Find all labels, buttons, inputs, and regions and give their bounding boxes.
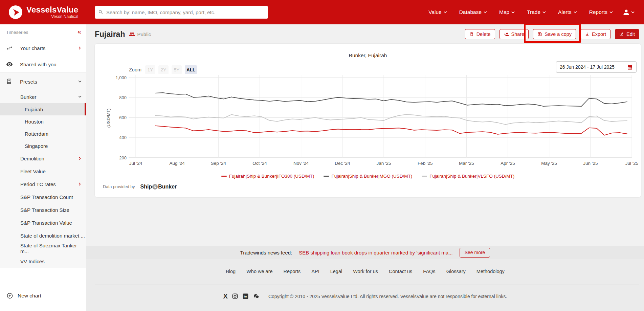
nav-menu: ValueDatabaseMapTradeAlertsReports xyxy=(428,9,623,15)
footer-link-reports[interactable]: Reports xyxy=(284,269,301,274)
footer-link-faqs[interactable]: FAQs xyxy=(423,269,435,274)
legend-item-fujairah-ship-bunker-vlsfo-usd-mt[interactable]: Fujairah|Ship & Bunker|VLSFO (USD/MT) xyxy=(422,174,514,179)
share-button[interactable]: Share xyxy=(499,29,529,39)
sidebar-item-period-tc-rates[interactable]: Period TC rates xyxy=(0,178,86,191)
sidebar-item-singapore[interactable]: Singapore xyxy=(0,140,86,152)
vesselsvalue-logo-icon xyxy=(9,5,22,19)
sidebar-item-label: VV Indices xyxy=(20,259,45,264)
sidebar-item-bunker[interactable]: Bunker xyxy=(0,90,86,103)
sidebar-item-state-of-suezmax-tanker-m[interactable]: State of Suezmax Tanker m... xyxy=(0,242,86,255)
trash-icon xyxy=(469,32,474,37)
provider-amp-icon: & xyxy=(152,184,158,190)
nav-item-database[interactable]: Database xyxy=(459,9,487,15)
svg-text:Apr '25: Apr '25 xyxy=(501,161,515,166)
page-header: Fujairah Public Delete Share xyxy=(86,24,644,44)
sidebar-collapse-button[interactable]: « xyxy=(77,28,81,36)
sidebar-section-label: Timeseries xyxy=(6,30,28,35)
nav-item-label: Reports xyxy=(589,9,607,15)
global-search[interactable] xyxy=(95,6,268,19)
legend-item-fujairah-ship-bunker-ifo380-usd-mt[interactable]: Fujairah|Ship & Bunker|IFO380 (USD/MT) xyxy=(221,174,314,179)
legend-item-fujairah-ship-bunker-mgo-usd-mt[interactable]: Fujairah|Ship & Bunker|MGO (USD/MT) xyxy=(324,174,412,179)
footer-link-api[interactable]: API xyxy=(311,269,319,274)
see-more-button[interactable]: See more xyxy=(460,248,490,258)
search-input[interactable] xyxy=(106,9,265,15)
svg-text:Jun '25: Jun '25 xyxy=(583,161,598,166)
sidebar-item-fleet-value[interactable]: Fleet Value xyxy=(0,165,86,178)
delete-button[interactable]: Delete xyxy=(465,29,495,39)
person-plus-icon xyxy=(504,32,509,37)
eye-icon xyxy=(6,61,13,68)
main-content: Fujairah Public Delete Share xyxy=(86,24,644,311)
sidebar-item-rotterdam[interactable]: Rotterdam xyxy=(0,128,86,140)
search-icon xyxy=(98,9,104,15)
nav-item-reports[interactable]: Reports xyxy=(589,9,613,15)
nav-item-label: Alerts xyxy=(558,9,572,15)
data-provider: Data provided by Ship & Bunker xyxy=(103,184,177,190)
footer-link-work-for-us[interactable]: Work for us xyxy=(353,269,378,274)
nav-item-value[interactable]: Value xyxy=(428,9,447,15)
footer-link-methodology[interactable]: Methodology xyxy=(476,269,505,274)
chevron-down-icon xyxy=(444,11,447,14)
provider-prefix: Data provided by xyxy=(103,184,135,189)
sidebar-item-presets[interactable]: Presets xyxy=(0,73,86,90)
footer-link-legal[interactable]: Legal xyxy=(330,269,342,274)
sidebar-item-label: Rotterdam xyxy=(25,131,48,137)
sidebar-item-vv-indices[interactable]: VV Indices xyxy=(0,255,86,268)
book-icon xyxy=(6,79,12,85)
chevron-down-icon xyxy=(484,11,487,14)
chart-card: Bunker, Fujairah Zoom 1Y2Y5YALL 26 Jun 2… xyxy=(95,44,641,197)
export-button[interactable]: Export xyxy=(580,29,610,39)
svg-text:600: 600 xyxy=(119,115,127,120)
nav-item-alerts[interactable]: Alerts xyxy=(558,9,577,15)
visibility-badge: Public xyxy=(129,31,151,37)
svg-text:200: 200 xyxy=(119,155,127,160)
sidebar-item-demolition[interactable]: Demolition xyxy=(0,152,86,165)
sidebar-item-label: State of Suezmax Tanker m... xyxy=(20,243,86,254)
ship-and-bunker-logo[interactable]: Ship & Bunker xyxy=(140,184,177,190)
new-chart-button[interactable]: New chart xyxy=(0,280,86,311)
edit-pencil-icon xyxy=(619,32,624,37)
footer-divider xyxy=(95,285,639,285)
footer-link-blog[interactable]: Blog xyxy=(226,269,236,274)
save-icon xyxy=(537,32,542,37)
wechat-icon[interactable] xyxy=(253,293,260,299)
share-label: Share xyxy=(511,31,525,37)
chevron-down-icon xyxy=(542,11,546,14)
sidebar-item-state-of-demolition-market[interactable]: State of demolition market ... xyxy=(0,229,86,242)
sidebar-item-your-charts[interactable]: Your charts xyxy=(0,40,86,56)
svg-text:Nov '24: Nov '24 xyxy=(293,161,309,166)
sidebar-top-items: Your chartsShared with you xyxy=(0,40,86,72)
new-chart-label: New chart xyxy=(18,293,41,299)
public-people-icon xyxy=(129,31,135,37)
news-headline-link[interactable]: SEB shipping loan book drops in quarter … xyxy=(299,250,452,256)
account-menu[interactable] xyxy=(623,9,635,16)
instagram-icon[interactable] xyxy=(232,293,238,299)
nav-item-trade[interactable]: Trade xyxy=(527,9,546,15)
edit-button[interactable]: Edit xyxy=(615,29,639,39)
brand-logo[interactable]: VesselsValue Veson Nautical xyxy=(0,5,95,19)
save-a-copy-label: Save a copy xyxy=(545,31,572,37)
svg-text:800: 800 xyxy=(119,95,127,100)
brand-subtitle: Veson Nautical xyxy=(51,14,78,19)
sidebar-item-label: Bunker xyxy=(20,94,37,100)
nav-item-label: Map xyxy=(499,9,509,15)
sidebar-item-s-p-transaction-size[interactable]: S&P Transaction Size xyxy=(0,203,86,216)
sidebar-item-fujairah[interactable]: Fujairah xyxy=(0,103,86,115)
sidebar-item-s-p-transaction-value[interactable]: S&P Transaction Value xyxy=(0,216,86,229)
chevron-right-icon xyxy=(79,182,81,186)
footer-link-contact-us[interactable]: Contact us xyxy=(389,269,412,274)
save-a-copy-button[interactable]: Save a copy xyxy=(533,29,576,39)
x-icon[interactable]: X xyxy=(223,292,228,300)
linkedin-icon[interactable]: in xyxy=(242,293,249,299)
sidebar-item-shared-with-you[interactable]: Shared with you xyxy=(0,56,86,72)
brand-name: VesselsValue xyxy=(26,5,78,14)
footer-link-who-we-are[interactable]: Who we are xyxy=(246,269,272,274)
footer-link-glossary[interactable]: Glossary xyxy=(446,269,466,274)
sidebar-item-houston[interactable]: Houston xyxy=(0,115,86,128)
chevron-down-icon xyxy=(78,96,82,98)
legend-label: Fujairah|Ship & Bunker|VLSFO (USD/MT) xyxy=(429,174,514,179)
visibility-label: Public xyxy=(137,31,151,37)
nav-item-map[interactable]: Map xyxy=(499,9,515,15)
sidebar-item-label: Fujairah xyxy=(25,107,43,112)
sidebar-item-s-p-transaction-count[interactable]: S&P Transaction Count xyxy=(0,191,86,203)
